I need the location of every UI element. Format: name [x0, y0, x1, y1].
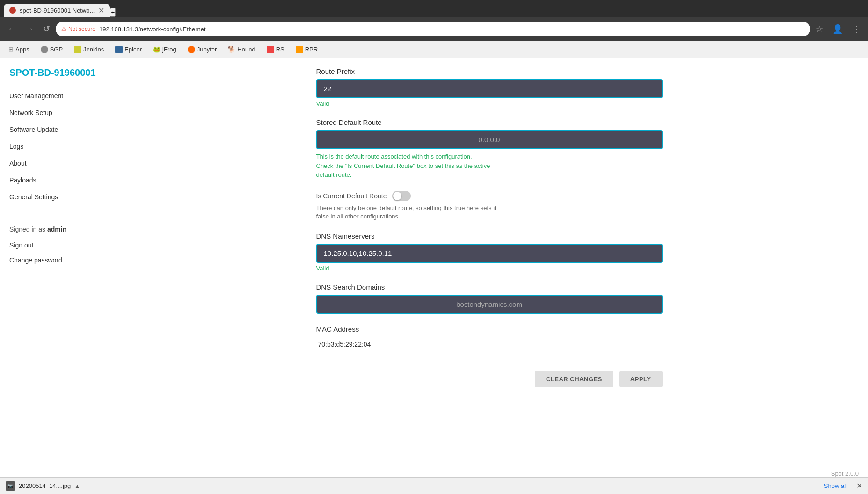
new-tab-button[interactable]: +: [110, 8, 116, 17]
menu-button[interactable]: ⋮: [848, 22, 864, 36]
action-buttons: CLEAR CHANGES APPLY: [316, 363, 663, 387]
sidebar-item-network-setup[interactable]: Network Setup: [0, 104, 110, 121]
bookmark-rpr[interactable]: RPR: [293, 44, 321, 55]
dns-search-domains-input[interactable]: [316, 295, 663, 314]
address-bar[interactable]: ⚠ Not secure 192.168.131.3/network-confi…: [56, 22, 810, 36]
route-prefix-input[interactable]: [316, 79, 663, 98]
app-container: SPOT-BD-91960001 User Management Network…: [0, 58, 868, 494]
is-current-default-toggle[interactable]: [392, 191, 411, 201]
browser-chrome: spot-BD-91960001 Netwo... ✕ + ← → ↺ ⚠ No…: [0, 0, 868, 41]
sidebar: SPOT-BD-91960001 User Management Network…: [0, 58, 110, 494]
sidebar-item-payloads[interactable]: Payloads: [0, 172, 110, 189]
stored-default-route-info: This is the default route associated wit…: [316, 152, 663, 180]
clear-changes-button[interactable]: CLEAR CHANGES: [535, 371, 613, 387]
download-file-name: 20200514_14....jpg: [19, 482, 71, 489]
bookmarks-bar: ⊞ Apps SGP Jenkins Epicor 🐸 jFrog Jupyte…: [0, 41, 868, 58]
show-all-link[interactable]: Show all: [824, 482, 847, 489]
sidebar-item-user-management[interactable]: User Management: [0, 87, 110, 104]
sidebar-title[interactable]: SPOT-BD-91960001: [0, 67, 110, 87]
epicor-icon: [115, 46, 123, 53]
download-item: 📷 20200514_14....jpg ▲: [6, 481, 80, 491]
dns-search-domains-label: DNS Search Domains: [316, 283, 663, 291]
sidebar-item-logs[interactable]: Logs: [0, 138, 110, 155]
mac-address-group: MAC Address: [316, 325, 663, 352]
route-prefix-group: Route Prefix Valid: [316, 67, 663, 107]
toggle-knob: [393, 192, 401, 200]
bookmark-apps[interactable]: ⊞ Apps: [6, 44, 32, 55]
address-bar-row: ← → ↺ ⚠ Not secure 192.168.131.3/network…: [0, 17, 868, 41]
tab-title: spot-BD-91960001 Netwo...: [20, 7, 95, 14]
change-password-link[interactable]: Change password: [0, 253, 110, 268]
profile-button[interactable]: 👤: [829, 22, 846, 36]
download-bar: 📷 20200514_14....jpg ▲ Show all ✕: [0, 477, 868, 494]
download-file-icon: 📷: [6, 481, 15, 491]
tab-favicon: [9, 7, 16, 14]
sidebar-item-software-update[interactable]: Software Update: [0, 121, 110, 138]
active-tab[interactable]: spot-BD-91960001 Netwo... ✕: [4, 4, 110, 17]
sidebar-nav: User Management Network Setup Software U…: [0, 87, 110, 205]
dns-nameservers-label: DNS Nameservers: [316, 232, 663, 240]
dns-nameservers-valid: Valid: [316, 265, 663, 272]
warning-icon: ⚠: [61, 26, 66, 32]
bookmark-jenkins[interactable]: Jenkins: [71, 44, 107, 55]
back-button[interactable]: ←: [4, 22, 20, 36]
sidebar-divider: [0, 213, 110, 213]
toggle-hint: There can only be one default route, so …: [316, 204, 663, 221]
content-area: Route Prefix Valid Stored Default Route …: [110, 58, 868, 494]
jenkins-icon: [74, 46, 81, 53]
version-text: Spot 2.0.0: [831, 470, 859, 477]
bookmark-rs[interactable]: RS: [264, 44, 287, 55]
address-text: 192.168.131.3/network-config#Ethernet: [99, 26, 206, 33]
mac-address-label: MAC Address: [316, 325, 663, 333]
stored-default-route-group: Stored Default Route This is the default…: [316, 118, 663, 180]
route-prefix-label: Route Prefix: [316, 67, 663, 75]
dns-nameservers-input[interactable]: [316, 244, 663, 263]
tab-bar: spot-BD-91960001 Netwo... ✕ +: [0, 0, 868, 17]
rpr-icon: [296, 46, 303, 53]
sgp-icon: [41, 46, 48, 53]
download-chevron-icon[interactable]: ▲: [74, 483, 80, 489]
jfrog-icon: 🐸: [153, 46, 160, 53]
rs-icon: [267, 46, 274, 53]
stored-default-route-label: Stored Default Route: [316, 118, 663, 126]
sidebar-item-about[interactable]: About: [0, 155, 110, 172]
jupyter-icon: [188, 46, 195, 53]
download-bar-close-button[interactable]: ✕: [856, 481, 862, 490]
tab-close-button[interactable]: ✕: [98, 6, 104, 15]
bookmark-jupyter[interactable]: Jupyter: [185, 44, 220, 55]
dns-search-domains-group: DNS Search Domains: [316, 283, 663, 314]
forward-button[interactable]: →: [22, 22, 37, 36]
bookmark-hound[interactable]: 🐕 Hound: [225, 44, 258, 55]
bookmark-button[interactable]: ☆: [812, 22, 827, 36]
apply-button[interactable]: APPLY: [619, 371, 663, 387]
bookmark-jfrog[interactable]: 🐸 jFrog: [150, 44, 179, 55]
bookmark-sgp[interactable]: SGP: [38, 44, 66, 55]
route-prefix-valid: Valid: [316, 100, 663, 107]
stored-default-route-input: [316, 130, 663, 149]
is-current-default-group: Is Current Default Route There can only …: [316, 191, 663, 221]
sidebar-item-general-settings[interactable]: General Settings: [0, 189, 110, 205]
toggle-row: Is Current Default Route: [316, 191, 663, 201]
content-inner: Route Prefix Valid Stored Default Route …: [298, 58, 681, 406]
bookmark-epicor[interactable]: Epicor: [112, 44, 145, 55]
sign-out-link[interactable]: Sign out: [0, 238, 110, 253]
signed-in-label: Signed in as admin: [0, 221, 110, 238]
app-footer: Spot 2.0.0: [831, 470, 859, 477]
is-current-default-label: Is Current Default Route: [316, 192, 387, 200]
mac-address-input: [316, 337, 663, 352]
reload-button[interactable]: ↺: [39, 22, 54, 36]
apps-icon: ⊞: [8, 46, 14, 53]
not-secure-indicator: ⚠ Not secure: [61, 26, 95, 32]
dns-nameservers-group: DNS Nameservers Valid: [316, 232, 663, 272]
hound-icon: 🐕: [228, 46, 235, 53]
